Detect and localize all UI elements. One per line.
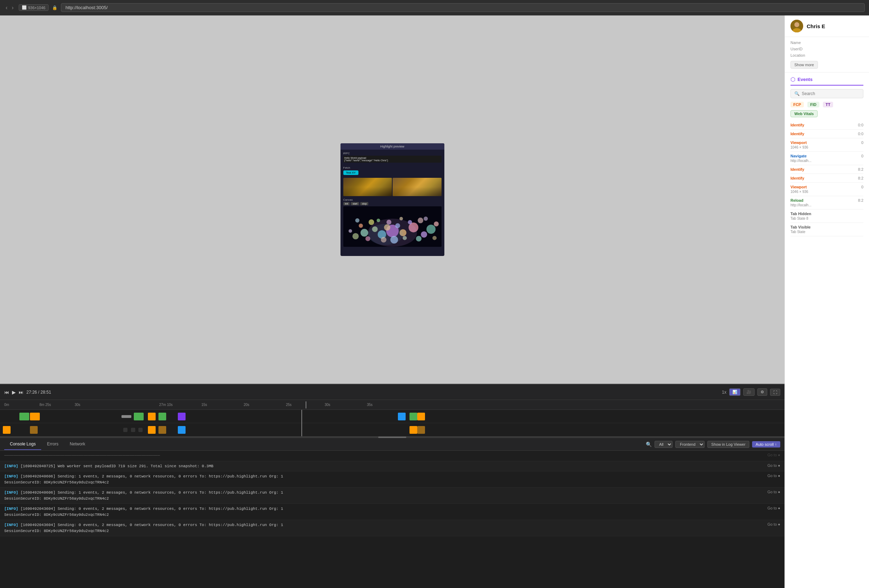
track-block-4 bbox=[134, 413, 144, 421]
play-button[interactable]: ▶ bbox=[12, 390, 16, 395]
event-item-5: Identify 8:2 bbox=[790, 174, 863, 183]
events-search-box[interactable]: 🔍 bbox=[790, 89, 863, 98]
image-strip bbox=[341, 176, 444, 197]
event-row-4: Identify 8:2 bbox=[790, 167, 863, 172]
msg-divider-text: ────────────────────────────────────────… bbox=[4, 453, 764, 459]
console-msg-divider: ────────────────────────────────────────… bbox=[0, 451, 784, 461]
canvas-visualization bbox=[343, 206, 442, 247]
window-size-text: 936×1046 bbox=[28, 6, 45, 10]
track-block-3 bbox=[122, 415, 131, 418]
svg-point-25 bbox=[418, 218, 423, 223]
console-msg-0: [INFO] [1690492040725] Web worker sent p… bbox=[0, 461, 784, 472]
ruler-marks: 0m 8m 25s 30s 27m 10s 15s 20s 25s 30s 35… bbox=[4, 401, 780, 409]
tab-errors[interactable]: Errors bbox=[41, 439, 64, 450]
canvas-start-btn[interactable]: start bbox=[351, 202, 359, 205]
event-item-8: Tab Hidden Tab State 8 bbox=[790, 209, 863, 223]
window-icon: ⬜ bbox=[22, 5, 27, 10]
msg-2-info: [INFO] bbox=[4, 490, 18, 495]
event-row-3: Navigate 0 bbox=[790, 154, 863, 158]
lock-icon: 🔒 bbox=[52, 5, 57, 10]
search-icon-button[interactable]: 🔍 bbox=[646, 441, 652, 447]
event-row-0: Identify 0:0 bbox=[790, 123, 863, 127]
skip-back-button[interactable]: ⏮ bbox=[4, 390, 9, 395]
main-layout: Highlight preview tRPC Hello World paylo… bbox=[0, 15, 869, 588]
userid-row: UserID bbox=[790, 47, 863, 51]
msg-4-goto[interactable]: Go to ● bbox=[767, 522, 780, 526]
events-search-input[interactable] bbox=[802, 91, 860, 96]
ruler-25s: 25s bbox=[286, 403, 292, 407]
msg-3-goto[interactable]: Go to ● bbox=[767, 506, 780, 510]
track-block-r2-9 bbox=[409, 426, 417, 434]
filter-all-select[interactable]: All bbox=[655, 441, 673, 448]
tab-console-logs[interactable]: Console Logs bbox=[4, 439, 41, 450]
event-type-8: Tab Hidden bbox=[790, 212, 811, 216]
user-header: Chris E bbox=[785, 15, 869, 37]
web-vitals-badge[interactable]: Web Vitals bbox=[790, 110, 818, 117]
event-count-2: 0 bbox=[861, 141, 863, 145]
console-tabs: Console Logs Errors Network 🔍 All Fronte… bbox=[0, 438, 784, 451]
playback-bar: ⏮ ▶ ⏭ 27:26 / 28:51 1x 📊 🎥 ⚙ ⛶ bbox=[0, 385, 784, 400]
userid-label: UserID bbox=[790, 47, 863, 51]
expand-button[interactable]: ⛶ bbox=[770, 389, 780, 396]
msg-2-goto[interactable]: Go to ● bbox=[767, 490, 780, 494]
auto-scroll-button[interactable]: Auto scroll ↑ bbox=[752, 441, 780, 447]
log-viewer-button[interactable]: Show in Log Viewer bbox=[707, 441, 749, 448]
event-item-0: Identify 0:0 bbox=[790, 121, 863, 130]
event-type-9: Tab Visible bbox=[790, 225, 811, 229]
settings-button[interactable]: ⚙ bbox=[757, 388, 767, 396]
location-label: Location bbox=[790, 53, 863, 58]
msg-0-goto[interactable]: Go to ● bbox=[767, 464, 780, 468]
timeline-cursor bbox=[305, 401, 306, 409]
msg-3-text: [INFO] [1690492043604] Sending: 0 events… bbox=[4, 506, 764, 518]
events-header: ⬡ Events bbox=[790, 76, 863, 86]
track-block-6 bbox=[159, 413, 166, 421]
timeline-ruler: 0m 8m 25s 30s 27m 10s 15s 20s 25s 30s 35… bbox=[0, 400, 784, 410]
track-block-8 bbox=[398, 413, 406, 421]
zoom-label: 1x bbox=[722, 390, 727, 395]
svg-point-26 bbox=[355, 218, 359, 222]
bubbles-svg bbox=[343, 206, 442, 247]
svg-point-28 bbox=[424, 216, 428, 221]
svg-point-10 bbox=[359, 224, 363, 228]
event-type-2: Viewport bbox=[790, 141, 807, 145]
chart-button[interactable]: 📊 bbox=[729, 388, 740, 396]
event-row-1: Identify 0:0 bbox=[790, 132, 863, 136]
video-button[interactable]: 🎥 bbox=[743, 388, 755, 396]
tt-badge[interactable]: TT bbox=[823, 102, 833, 107]
canvas-stop-btn[interactable]: stop bbox=[360, 202, 368, 205]
skip-forward-button[interactable]: ⏭ bbox=[19, 390, 24, 395]
avatar bbox=[790, 20, 803, 33]
event-url-3: http://localh... bbox=[790, 159, 863, 163]
nav-arrows: ‹ › bbox=[4, 3, 15, 12]
ruler-27m10s: 27m 10s bbox=[159, 403, 172, 407]
events-icon: ⬡ bbox=[790, 76, 795, 83]
ruler-20s: 20s bbox=[244, 403, 249, 407]
url-bar[interactable]: http://localhost:3005/ bbox=[61, 3, 865, 12]
svg-point-30 bbox=[368, 224, 403, 245]
timeline-tracks bbox=[0, 410, 784, 437]
test-xy-button[interactable]: Test XY bbox=[343, 170, 359, 175]
filter-frontend-select[interactable]: Frontend bbox=[675, 441, 704, 448]
canvas-init-btn[interactable]: init bbox=[343, 202, 350, 205]
show-more-button[interactable]: Show more bbox=[790, 61, 818, 69]
event-row-2: Viewport 0 bbox=[790, 141, 863, 145]
event-row-8: Tab Hidden bbox=[790, 212, 863, 216]
nav-back-button[interactable]: ‹ bbox=[4, 3, 9, 12]
msg-1-goto[interactable]: Go to ● bbox=[767, 474, 780, 478]
track-block-r2-1 bbox=[3, 426, 10, 434]
fid-badge[interactable]: FID bbox=[807, 102, 819, 107]
fcp-badge[interactable]: FCP bbox=[790, 102, 804, 107]
event-type-1: Identify bbox=[790, 132, 804, 136]
svg-point-20 bbox=[416, 236, 421, 241]
devtools-panel: ⏮ ▶ ⏭ 27:26 / 28:51 1x 📊 🎥 ⚙ ⛶ 0m 8m 25s… bbox=[0, 384, 784, 588]
event-count-1: 0:0 bbox=[858, 132, 863, 136]
events-section: ⬡ Events 🔍 FCP FID TT Web Vitals Identif… bbox=[785, 73, 869, 240]
image-1 bbox=[343, 178, 392, 196]
tab-network[interactable]: Network bbox=[64, 439, 91, 450]
name-row: Name bbox=[790, 40, 863, 45]
search-icon: 🔍 bbox=[794, 91, 799, 96]
trpc-section: tRPC Hello World payload{"hello":"world"… bbox=[341, 150, 444, 165]
event-row-7: Reload 8:2 bbox=[790, 198, 863, 203]
app-preview: Highlight preview tRPC Hello World paylo… bbox=[0, 15, 784, 384]
nav-forward-button[interactable]: › bbox=[10, 3, 15, 12]
